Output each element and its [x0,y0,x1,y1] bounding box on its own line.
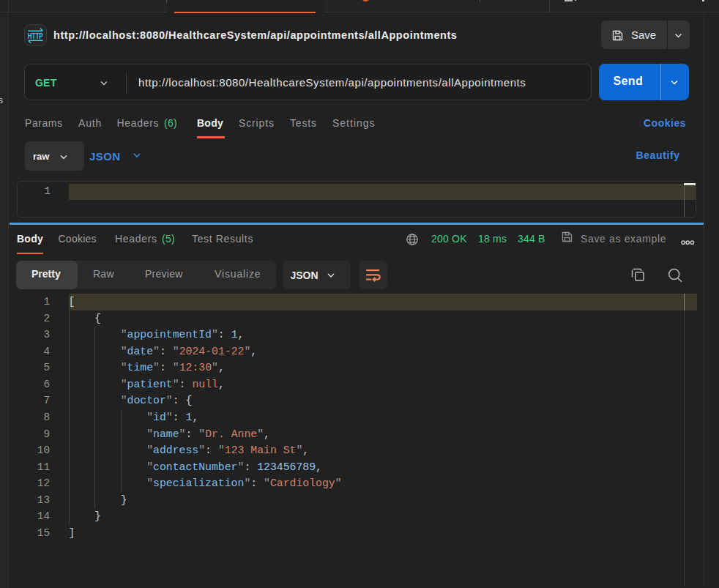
svg-text:HTTP: HTTP [28,31,43,40]
